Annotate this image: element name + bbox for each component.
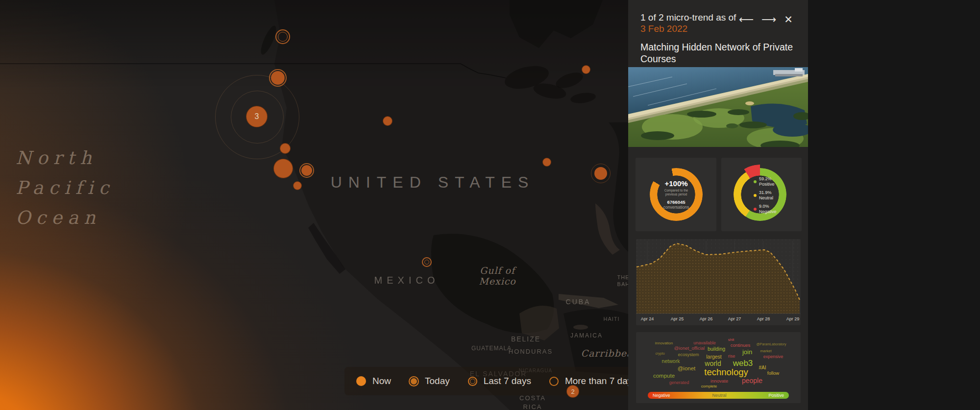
sentiment-dot-icon — [754, 208, 757, 211]
cloud-word[interactable]: generated — [669, 380, 689, 385]
volume-compare-caption: Compared to the previous period — [664, 189, 688, 196]
cloud-word[interactable]: innovate — [710, 378, 728, 384]
cloud-word[interactable]: expensive — [763, 354, 784, 359]
map-cluster-marker[interactable]: 2 — [566, 385, 579, 398]
wordcloud-card: Negative Neutral Positive innovationunav… — [636, 332, 801, 403]
legend-double-ring-icon — [468, 377, 477, 386]
map-marker[interactable] — [383, 116, 392, 126]
legend-filled-ring-icon — [411, 378, 417, 385]
scale-positive-label: Positive — [768, 393, 784, 398]
cloud-word[interactable]: #AI — [759, 365, 766, 370]
x-axis-tick: Apr 26 — [700, 316, 713, 321]
cloud-word[interactable]: @ionet_official — [674, 345, 705, 351]
sentiment-dot-icon — [754, 180, 757, 183]
legend-ring-icon — [549, 377, 559, 386]
map-marker[interactable] — [271, 71, 285, 85]
sentiment-legend: 59.2%Positive31.9%Neutral9.0%Negative — [754, 176, 777, 214]
map-label-mexico: Mexico — [479, 276, 516, 287]
map-label-haiti: HAITI — [603, 316, 619, 322]
map-label-the: THE — [617, 274, 630, 280]
cloud-word[interactable]: follow — [767, 370, 779, 376]
trend-title: Matching Hidden Network of Private Cours… — [628, 34, 808, 65]
cloud-word[interactable]: continues — [731, 342, 751, 348]
golf-course-image — [628, 67, 808, 147]
cloud-word[interactable]: complete — [701, 384, 717, 388]
map-label-mexico: MEXICO — [374, 275, 440, 286]
map-marker[interactable] — [273, 159, 293, 178]
x-axis-tick: Apr 24 — [641, 316, 654, 321]
map-label-rica: RICA — [523, 403, 542, 410]
cloud-word[interactable]: unavailable — [693, 340, 716, 345]
volume-donut-card: +100% Compared to the previous period 67… — [636, 158, 716, 231]
map-marker[interactable] — [293, 181, 302, 190]
conversations-label: conversations — [663, 205, 689, 210]
map-label-gulf-of: Gulf of — [480, 265, 515, 276]
sentiment-legend-row-neutral: 31.9%Neutral — [754, 190, 777, 200]
map-marker[interactable] — [275, 29, 290, 44]
cloud-word[interactable]: innovation — [655, 341, 673, 345]
app-screen: North Pacific Ocean UNITED STATESMEXICOG… — [0, 0, 980, 410]
x-axis-tick: Apr 28 — [757, 316, 770, 321]
sentiment-legend-text: 9.0%Negative — [759, 204, 777, 214]
x-axis-tick: Apr 27 — [728, 316, 741, 321]
legend-item-label: Today — [425, 376, 450, 386]
jamaica — [573, 325, 588, 330]
cloud-word[interactable]: compute — [653, 373, 675, 379]
cloud-word[interactable]: network — [662, 358, 680, 364]
map-cluster-marker[interactable]: 3 — [246, 106, 268, 127]
prev-trend-button[interactable]: ⟵ — [739, 15, 754, 25]
map-marker[interactable] — [301, 165, 312, 176]
panel-header: 1 of 2 micro-trend as of 3 Feb 2022 ⟵ ⟶ … — [628, 0, 808, 34]
conversations-count: 6766045 — [667, 199, 686, 205]
cloud-word[interactable]: crypto — [655, 352, 664, 355]
cloud-word[interactable]: market — [760, 349, 772, 353]
map-label-jamaica: JAMAICA — [570, 332, 603, 339]
legend-filled-icon — [356, 376, 366, 386]
map-marker[interactable] — [542, 158, 551, 167]
sentiment-legend-text: 59.2%Positive — [759, 176, 775, 187]
cloud-word[interactable]: largest — [706, 354, 722, 360]
legend-item-now[interactable]: Now — [356, 376, 391, 386]
trend-detail-panel: 1 of 2 micro-trend as of 3 Feb 2022 ⟵ ⟶ … — [628, 0, 808, 410]
next-trend-button[interactable]: ⟶ — [761, 15, 776, 25]
ocean-label: North Pacific Ocean — [16, 143, 114, 233]
cloud-word[interactable]: technology — [704, 367, 748, 378]
map-marker[interactable] — [280, 143, 291, 154]
cloud-word[interactable]: building — [708, 346, 725, 352]
x-axis-tick: Apr 25 — [671, 316, 684, 321]
map-marker[interactable] — [582, 65, 590, 74]
cloud-word[interactable]: world — [705, 360, 721, 367]
close-icon[interactable]: ✕ — [784, 15, 793, 25]
legend-item-label: Last 7 days — [484, 376, 531, 386]
legend-item-label: Now — [372, 376, 391, 386]
cloud-word[interactable]: ecosystem — [678, 352, 699, 357]
cloud-word[interactable]: rise — [728, 354, 735, 359]
cloud-word[interactable]: people — [742, 377, 762, 385]
legend-item-today[interactable]: Today — [409, 376, 450, 386]
map-label-honduras: HONDURAS — [509, 348, 553, 355]
trend-area-chart: Apr 24Apr 25Apr 26Apr 27Apr 28Apr 29 — [636, 239, 801, 325]
map-label-united-states: UNITED STATES — [331, 173, 535, 192]
trend-area-card: Apr 24Apr 25Apr 26Apr 27Apr 28Apr 29 — [636, 239, 801, 325]
scale-negative-label: Negative — [653, 393, 670, 398]
volume-change-value: +100% — [664, 179, 687, 188]
legend-item-last-7-days[interactable]: Last 7 days — [468, 376, 531, 386]
cloud-word[interactable]: join — [742, 348, 752, 356]
scale-neutral-label: Neutral — [712, 393, 727, 398]
map-marker[interactable] — [594, 167, 607, 180]
map-label-belize: BELIZE — [511, 335, 540, 343]
sentiment-donut-card: 59.2%Positive31.9%Neutral9.0%Negative — [721, 158, 802, 231]
sentiment-scale-bar: Negative Neutral Positive — [648, 392, 789, 399]
x-axis-tick: Apr 29 — [786, 316, 800, 321]
volume-donut-center: +100% Compared to the previous period 67… — [650, 168, 703, 221]
sentiment-legend-text: 31.9%Neutral — [759, 190, 773, 200]
trend-photo — [628, 67, 808, 147]
cloud-word[interactable]: @ionet — [678, 365, 696, 371]
map-label-guatemala: GUATEMALA — [471, 345, 512, 352]
screen-black-strip — [808, 0, 980, 410]
cloud-word[interactable]: @ParamLaboratory — [756, 342, 786, 346]
map-marker[interactable] — [422, 257, 432, 267]
map-legend: NowTodayLast 7 daysMore than 7 days ago — [344, 367, 628, 395]
cloud-word[interactable]: shit — [728, 338, 734, 342]
map-label-cuba: CUBA — [566, 298, 591, 306]
